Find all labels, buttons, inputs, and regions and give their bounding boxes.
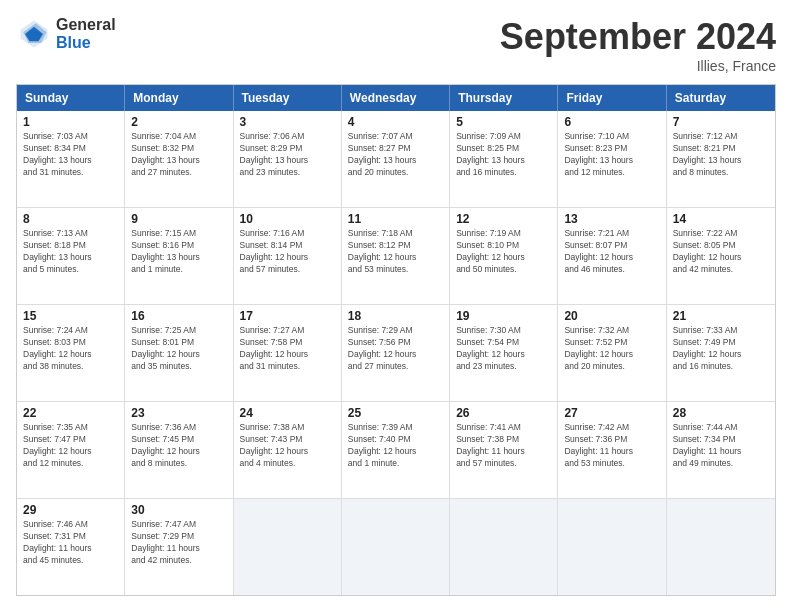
header: General Blue September 2024 Illies, Fran…: [16, 16, 776, 74]
cell-info: Sunrise: 7:39 AM Sunset: 7:40 PM Dayligh…: [348, 422, 443, 470]
cell-info: Sunrise: 7:46 AM Sunset: 7:31 PM Dayligh…: [23, 519, 118, 567]
weekday-header: Thursday: [450, 85, 558, 111]
weekday-header: Sunday: [17, 85, 125, 111]
cell-info: Sunrise: 7:33 AM Sunset: 7:49 PM Dayligh…: [673, 325, 769, 373]
cell-info: Sunrise: 7:41 AM Sunset: 7:38 PM Dayligh…: [456, 422, 551, 470]
calendar-cell: 2Sunrise: 7:04 AM Sunset: 8:32 PM Daylig…: [125, 111, 233, 207]
logo-icon: [16, 16, 52, 52]
calendar-cell: 7Sunrise: 7:12 AM Sunset: 8:21 PM Daylig…: [667, 111, 775, 207]
cell-info: Sunrise: 7:16 AM Sunset: 8:14 PM Dayligh…: [240, 228, 335, 276]
day-number: 3: [240, 115, 335, 129]
day-number: 8: [23, 212, 118, 226]
day-number: 5: [456, 115, 551, 129]
calendar-cell: 29Sunrise: 7:46 AM Sunset: 7:31 PM Dayli…: [17, 499, 125, 595]
day-number: 2: [131, 115, 226, 129]
cell-info: Sunrise: 7:18 AM Sunset: 8:12 PM Dayligh…: [348, 228, 443, 276]
calendar-cell: 30Sunrise: 7:47 AM Sunset: 7:29 PM Dayli…: [125, 499, 233, 595]
cell-info: Sunrise: 7:15 AM Sunset: 8:16 PM Dayligh…: [131, 228, 226, 276]
day-number: 19: [456, 309, 551, 323]
weekday-header: Wednesday: [342, 85, 450, 111]
cell-info: Sunrise: 7:22 AM Sunset: 8:05 PM Dayligh…: [673, 228, 769, 276]
calendar-row: 29Sunrise: 7:46 AM Sunset: 7:31 PM Dayli…: [17, 498, 775, 595]
cell-info: Sunrise: 7:19 AM Sunset: 8:10 PM Dayligh…: [456, 228, 551, 276]
calendar-cell: 5Sunrise: 7:09 AM Sunset: 8:25 PM Daylig…: [450, 111, 558, 207]
day-number: 23: [131, 406, 226, 420]
calendar-cell: 28Sunrise: 7:44 AM Sunset: 7:34 PM Dayli…: [667, 402, 775, 498]
cell-info: Sunrise: 7:06 AM Sunset: 8:29 PM Dayligh…: [240, 131, 335, 179]
day-number: 26: [456, 406, 551, 420]
cell-info: Sunrise: 7:09 AM Sunset: 8:25 PM Dayligh…: [456, 131, 551, 179]
cell-info: Sunrise: 7:32 AM Sunset: 7:52 PM Dayligh…: [564, 325, 659, 373]
calendar-cell: [450, 499, 558, 595]
day-number: 12: [456, 212, 551, 226]
title-area: September 2024 Illies, France: [500, 16, 776, 74]
calendar-cell: 1Sunrise: 7:03 AM Sunset: 8:34 PM Daylig…: [17, 111, 125, 207]
calendar-cell: 18Sunrise: 7:29 AM Sunset: 7:56 PM Dayli…: [342, 305, 450, 401]
calendar-cell: 16Sunrise: 7:25 AM Sunset: 8:01 PM Dayli…: [125, 305, 233, 401]
calendar-cell: 21Sunrise: 7:33 AM Sunset: 7:49 PM Dayli…: [667, 305, 775, 401]
cell-info: Sunrise: 7:07 AM Sunset: 8:27 PM Dayligh…: [348, 131, 443, 179]
calendar-cell: [667, 499, 775, 595]
calendar-cell: 23Sunrise: 7:36 AM Sunset: 7:45 PM Dayli…: [125, 402, 233, 498]
day-number: 11: [348, 212, 443, 226]
day-number: 18: [348, 309, 443, 323]
cell-info: Sunrise: 7:35 AM Sunset: 7:47 PM Dayligh…: [23, 422, 118, 470]
logo: General Blue: [16, 16, 116, 52]
day-number: 24: [240, 406, 335, 420]
calendar-cell: 15Sunrise: 7:24 AM Sunset: 8:03 PM Dayli…: [17, 305, 125, 401]
cell-info: Sunrise: 7:42 AM Sunset: 7:36 PM Dayligh…: [564, 422, 659, 470]
day-number: 30: [131, 503, 226, 517]
day-number: 13: [564, 212, 659, 226]
page: General Blue September 2024 Illies, Fran…: [0, 0, 792, 612]
weekday-header: Saturday: [667, 85, 775, 111]
day-number: 7: [673, 115, 769, 129]
calendar-row: 22Sunrise: 7:35 AM Sunset: 7:47 PM Dayli…: [17, 401, 775, 498]
cell-info: Sunrise: 7:27 AM Sunset: 7:58 PM Dayligh…: [240, 325, 335, 373]
calendar-cell: 12Sunrise: 7:19 AM Sunset: 8:10 PM Dayli…: [450, 208, 558, 304]
calendar-cell: [342, 499, 450, 595]
month-title: September 2024: [500, 16, 776, 58]
cell-info: Sunrise: 7:36 AM Sunset: 7:45 PM Dayligh…: [131, 422, 226, 470]
day-number: 28: [673, 406, 769, 420]
calendar-cell: 26Sunrise: 7:41 AM Sunset: 7:38 PM Dayli…: [450, 402, 558, 498]
calendar-cell: 4Sunrise: 7:07 AM Sunset: 8:27 PM Daylig…: [342, 111, 450, 207]
logo-blue: Blue: [56, 34, 116, 52]
calendar-cell: 22Sunrise: 7:35 AM Sunset: 7:47 PM Dayli…: [17, 402, 125, 498]
calendar-cell: [234, 499, 342, 595]
calendar-cell: [558, 499, 666, 595]
cell-info: Sunrise: 7:38 AM Sunset: 7:43 PM Dayligh…: [240, 422, 335, 470]
calendar-cell: 24Sunrise: 7:38 AM Sunset: 7:43 PM Dayli…: [234, 402, 342, 498]
calendar-cell: 14Sunrise: 7:22 AM Sunset: 8:05 PM Dayli…: [667, 208, 775, 304]
cell-info: Sunrise: 7:10 AM Sunset: 8:23 PM Dayligh…: [564, 131, 659, 179]
day-number: 25: [348, 406, 443, 420]
cell-info: Sunrise: 7:25 AM Sunset: 8:01 PM Dayligh…: [131, 325, 226, 373]
cell-info: Sunrise: 7:24 AM Sunset: 8:03 PM Dayligh…: [23, 325, 118, 373]
day-number: 20: [564, 309, 659, 323]
calendar-cell: 9Sunrise: 7:15 AM Sunset: 8:16 PM Daylig…: [125, 208, 233, 304]
calendar-cell: 10Sunrise: 7:16 AM Sunset: 8:14 PM Dayli…: [234, 208, 342, 304]
cell-info: Sunrise: 7:04 AM Sunset: 8:32 PM Dayligh…: [131, 131, 226, 179]
day-number: 15: [23, 309, 118, 323]
day-number: 10: [240, 212, 335, 226]
cell-info: Sunrise: 7:21 AM Sunset: 8:07 PM Dayligh…: [564, 228, 659, 276]
day-number: 29: [23, 503, 118, 517]
logo-text: General Blue: [56, 16, 116, 51]
cell-info: Sunrise: 7:13 AM Sunset: 8:18 PM Dayligh…: [23, 228, 118, 276]
day-number: 4: [348, 115, 443, 129]
calendar-row: 1Sunrise: 7:03 AM Sunset: 8:34 PM Daylig…: [17, 111, 775, 207]
calendar-cell: 27Sunrise: 7:42 AM Sunset: 7:36 PM Dayli…: [558, 402, 666, 498]
day-number: 14: [673, 212, 769, 226]
day-number: 6: [564, 115, 659, 129]
day-number: 16: [131, 309, 226, 323]
cell-info: Sunrise: 7:44 AM Sunset: 7:34 PM Dayligh…: [673, 422, 769, 470]
calendar-cell: 25Sunrise: 7:39 AM Sunset: 7:40 PM Dayli…: [342, 402, 450, 498]
weekday-header: Tuesday: [234, 85, 342, 111]
calendar-cell: 17Sunrise: 7:27 AM Sunset: 7:58 PM Dayli…: [234, 305, 342, 401]
logo-general: General: [56, 16, 116, 34]
calendar-body: 1Sunrise: 7:03 AM Sunset: 8:34 PM Daylig…: [17, 111, 775, 595]
day-number: 27: [564, 406, 659, 420]
calendar-cell: 11Sunrise: 7:18 AM Sunset: 8:12 PM Dayli…: [342, 208, 450, 304]
weekday-header: Friday: [558, 85, 666, 111]
calendar-cell: 20Sunrise: 7:32 AM Sunset: 7:52 PM Dayli…: [558, 305, 666, 401]
day-number: 22: [23, 406, 118, 420]
